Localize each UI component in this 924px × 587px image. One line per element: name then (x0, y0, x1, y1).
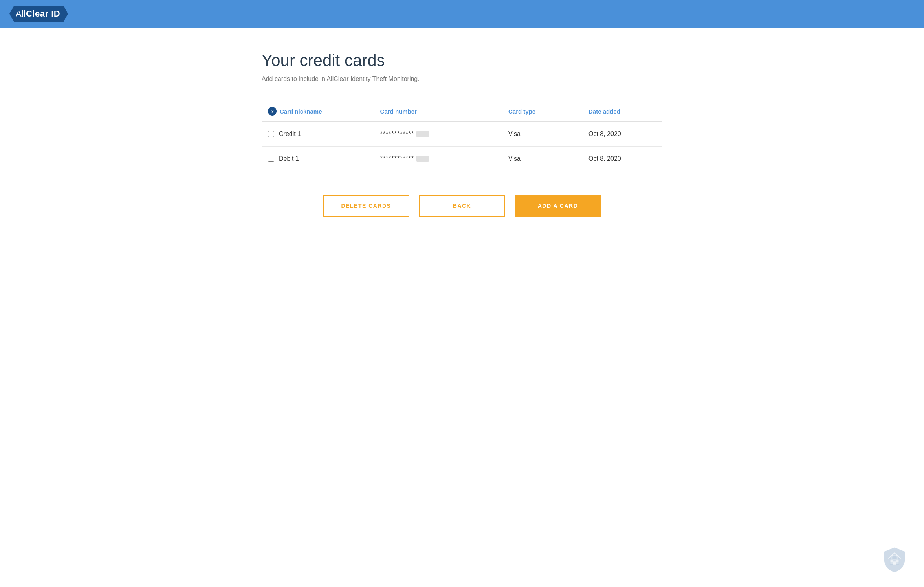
masked-stars-0: ************ (380, 130, 414, 138)
card-checkbox-0[interactable] (268, 131, 274, 137)
masked-last-digits-0 (416, 131, 429, 137)
cell-type-1: Visa (502, 147, 582, 171)
main-content: Your credit cards Add cards to include i… (246, 28, 678, 248)
logo-text: AllClear ID (16, 9, 60, 19)
logo: AllClear ID (9, 6, 68, 22)
masked-last-digits-1 (416, 156, 429, 162)
col-header-nickname: ? Card nickname (262, 102, 374, 121)
page-title: Your credit cards (262, 51, 662, 70)
card-name-1: Debit 1 (279, 155, 299, 162)
add-card-button[interactable]: ADD A CARD (515, 195, 601, 217)
card-name-0: Credit 1 (279, 130, 301, 138)
back-button[interactable]: BACK (419, 195, 505, 217)
cell-nickname-0: Credit 1 (262, 121, 374, 147)
col-header-type: Card type (502, 102, 582, 121)
table-header-row: ? Card nickname Card number Card type Da… (262, 102, 662, 121)
delete-cards-button[interactable]: DELETE CARDS (323, 195, 409, 217)
page-subtitle: Add cards to include in AllClear Identit… (262, 75, 662, 83)
cell-type-0: Visa (502, 121, 582, 147)
table-row: Credit 1 ************ Visa Oct 8, 2020 (262, 121, 662, 147)
app-header: AllClear ID (0, 0, 924, 28)
cell-date-0: Oct 8, 2020 (582, 121, 662, 147)
cell-number-0: ************ (374, 121, 502, 147)
card-checkbox-1[interactable] (268, 156, 274, 162)
cards-table: ? Card nickname Card number Card type Da… (262, 102, 662, 171)
col-header-date: Date added (582, 102, 662, 121)
button-row: DELETE CARDS BACK ADD A CARD (262, 195, 662, 217)
col-header-number: Card number (374, 102, 502, 121)
cell-number-1: ************ (374, 147, 502, 171)
help-icon[interactable]: ? (268, 107, 277, 116)
table-row: Debit 1 ************ Visa Oct 8, 2020 (262, 147, 662, 171)
cell-nickname-1: Debit 1 (262, 147, 374, 171)
cell-date-1: Oct 8, 2020 (582, 147, 662, 171)
masked-stars-1: ************ (380, 155, 414, 162)
